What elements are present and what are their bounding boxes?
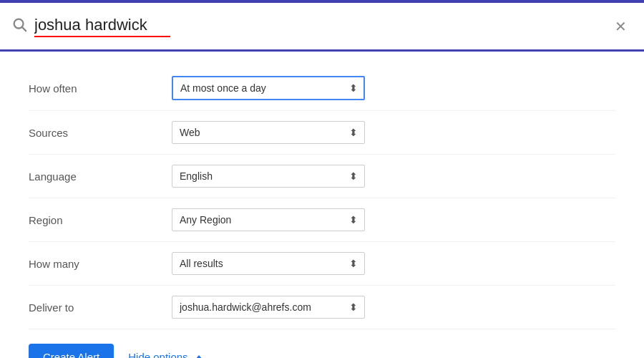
how-often-row: How often As-it-happens At most once a d…	[29, 66, 615, 111]
how-often-select[interactable]: As-it-happens At most once a day At most…	[172, 76, 365, 100]
search-bar: ✕	[0, 0, 644, 52]
region-select[interactable]: Any Region United States	[172, 208, 365, 231]
language-label: Language	[29, 170, 172, 183]
region-row: Region Any Region United States ⬍	[29, 198, 615, 242]
language-row: Language Any Language English ⬍	[29, 155, 615, 198]
hide-options-label: Hide options	[128, 351, 187, 358]
how-often-label: How often	[29, 82, 172, 95]
search-icon	[11, 16, 27, 36]
how-many-label: How many	[29, 258, 172, 270]
language-select[interactable]: Any Language English	[172, 165, 365, 188]
close-button[interactable]: ✕	[609, 15, 633, 38]
sources-row: Sources Automatic Web News Blogs Video B…	[29, 111, 615, 155]
how-many-select-wrap: All results Only the best results ⬍	[172, 252, 365, 275]
search-input[interactable]	[34, 16, 602, 34]
create-alert-button[interactable]: Create Alert	[29, 344, 114, 358]
how-many-row: How many All results Only the best resul…	[29, 242, 615, 286]
deliver-to-row: Deliver to joshua.hardwick@ahrefs.com ⬍	[29, 286, 615, 329]
language-select-wrap: Any Language English ⬍	[172, 165, 365, 188]
region-label: Region	[29, 214, 172, 226]
deliver-to-select[interactable]: joshua.hardwick@ahrefs.com	[172, 296, 365, 319]
hide-options-button[interactable]: Hide options	[128, 351, 202, 358]
deliver-to-label: Deliver to	[29, 301, 172, 314]
search-underline	[34, 36, 170, 37]
sources-select-wrap: Automatic Web News Blogs Video Books Dis…	[172, 121, 365, 144]
sources-select[interactable]: Automatic Web News Blogs Video Books Dis…	[172, 121, 365, 144]
how-often-select-wrap: As-it-happens At most once a day At most…	[172, 76, 365, 100]
how-many-select[interactable]: All results Only the best results	[172, 252, 365, 275]
arrow-up-icon	[195, 355, 203, 359]
svg-line-1	[22, 27, 26, 31]
search-input-wrap	[34, 16, 602, 37]
footer-row: Create Alert Hide options	[29, 329, 615, 358]
deliver-to-select-wrap: joshua.hardwick@ahrefs.com ⬍	[172, 296, 365, 319]
region-select-wrap: Any Region United States ⬍	[172, 208, 365, 231]
sources-label: Sources	[29, 127, 172, 139]
main-content: How often As-it-happens At most once a d…	[0, 52, 644, 358]
